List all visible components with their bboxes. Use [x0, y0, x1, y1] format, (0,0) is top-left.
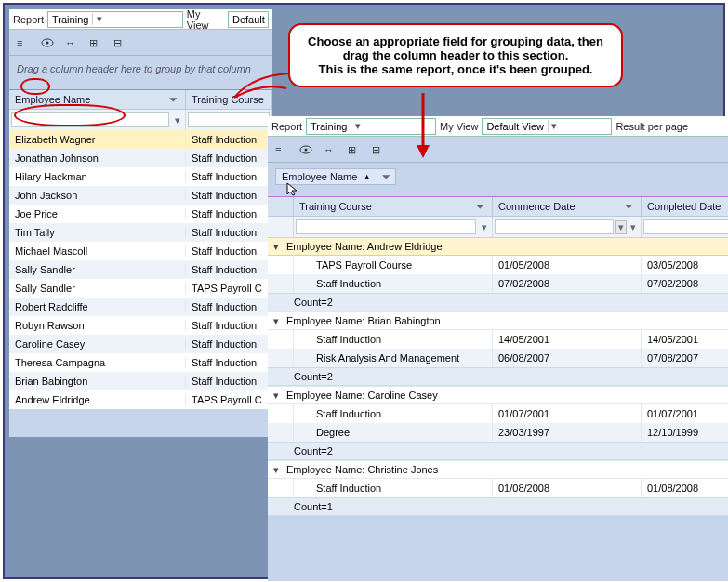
- cell-course: Staff Induction: [186, 208, 272, 219]
- myview-select[interactable]: Default View ▾: [482, 118, 612, 135]
- group-header-label: Employee Name: Brian Babington: [286, 315, 441, 326]
- callout-line: drag the column header to this section.: [303, 48, 608, 62]
- filter-cell: [268, 217, 294, 237]
- collapse-icon[interactable]: ⊟: [372, 144, 385, 155]
- table-row[interactable]: Brian BabingtonStaff Induction: [9, 372, 272, 390]
- table-row[interactable]: TAPS Payroll Course01/05/200803/05/2008: [268, 256, 728, 274]
- filter-cell: [642, 217, 728, 237]
- expand-icon[interactable]: ⊞: [348, 144, 361, 155]
- cell-course: Staff Induction: [294, 274, 493, 293]
- table-row[interactable]: Sally SandlerTAPS Payroll C: [9, 279, 272, 298]
- cell-commence: 01/08/2008: [493, 479, 642, 497]
- filter-input-course[interactable]: [188, 112, 270, 127]
- arrows-h-icon[interactable]: ↔: [324, 144, 337, 155]
- table-row[interactable]: Hilary HackmanStaff Induction: [9, 167, 272, 186]
- group-count-row: Count=2: [268, 293, 728, 311]
- table-row[interactable]: Caroline CaseyStaff Induction: [9, 335, 272, 353]
- cell-course: Staff Induction: [186, 171, 272, 182]
- table-row[interactable]: John JacksonStaff Induction: [9, 186, 272, 205]
- collapse-group-icon[interactable]: ▾: [271, 390, 281, 402]
- table-row[interactable]: Staff Induction14/05/200114/05/2001: [268, 330, 728, 349]
- cell-employee: Robert Radcliffe: [9, 301, 186, 312]
- funnel-icon[interactable]: ⏷: [377, 171, 390, 182]
- eye-icon[interactable]: [41, 37, 54, 48]
- cell-commence: 14/05/2001: [493, 330, 642, 349]
- column-header-commence[interactable]: Commence Date ⏷: [493, 197, 642, 216]
- table-row[interactable]: Jonathan JohnsonStaff Induction: [9, 149, 272, 167]
- filter-cell: [186, 110, 272, 130]
- table-row[interactable]: Staff Induction01/08/200801/08/2008: [268, 479, 728, 497]
- report-select[interactable]: Training ▾: [47, 11, 183, 28]
- myview-label: My View: [440, 121, 478, 132]
- callout-line: This is the same report, once it's been …: [303, 62, 608, 76]
- table-row[interactable]: Risk Analysis And Management06/08/200707…: [268, 349, 728, 367]
- collapse-group-icon[interactable]: ▾: [271, 315, 281, 327]
- svg-marker-5: [417, 145, 430, 158]
- table-row[interactable]: Elizabeth WagnerStaff Induction: [9, 130, 272, 149]
- column-header-employee[interactable]: Employee Name ⏷: [9, 90, 186, 109]
- funnel-icon[interactable]: ⏷: [166, 94, 179, 105]
- cell-course: Staff Induction: [186, 190, 272, 201]
- cell-employee: John Jackson: [9, 190, 186, 201]
- table-row[interactable]: Robert RadcliffeStaff Induction: [9, 298, 272, 316]
- result-per-page-label: Result per page: [615, 121, 688, 132]
- collapse-group-icon[interactable]: ▾: [271, 241, 281, 253]
- table-row[interactable]: Tim TallyStaff Induction: [9, 223, 272, 242]
- table-row[interactable]: Sally SandlerStaff Induction: [9, 260, 272, 279]
- collapse-icon[interactable]: ⊟: [113, 37, 126, 48]
- cell-course: Staff Induction: [186, 376, 272, 387]
- menu-icon[interactable]: ≡: [17, 37, 30, 48]
- cell-employee: Michael Mascoll: [9, 245, 186, 257]
- cell-employee: Tim Tally: [9, 227, 186, 238]
- funnel-icon[interactable]: ⏷: [473, 201, 486, 212]
- arrow-down-icon: [414, 93, 432, 158]
- date-dropdown-icon[interactable]: ▾: [615, 220, 627, 234]
- filter-input-commence[interactable]: [495, 219, 614, 234]
- table-row[interactable]: Staff Induction07/02/200807/02/2008: [268, 274, 728, 293]
- table-row[interactable]: Joe PriceStaff Induction: [9, 205, 272, 223]
- expand-cell: [268, 349, 294, 367]
- funnel-icon[interactable]: ▾: [478, 221, 490, 233]
- group-header-row[interactable]: ▾Employee Name: Andrew Eldridge: [268, 237, 728, 256]
- expand-icon[interactable]: ⊞: [89, 37, 102, 48]
- cell-course: Staff Induction: [186, 320, 272, 331]
- filter-row: ▾: [9, 110, 272, 130]
- cell-commence: 06/08/2007: [493, 349, 642, 367]
- column-header-course[interactable]: Training Course ⏷: [294, 197, 493, 216]
- filter-input-course[interactable]: [296, 219, 476, 234]
- funnel-icon[interactable]: ⏷: [622, 201, 635, 212]
- cell-completed: 07/02/2008: [642, 274, 728, 293]
- group-header-label: Employee Name: Christine Jones: [286, 464, 438, 475]
- group-by-area[interactable]: Employee Name ▲ ⏷: [268, 163, 728, 196]
- cell-completed: 01/08/2008: [642, 479, 728, 497]
- column-header-completed[interactable]: Completed Date: [642, 197, 728, 216]
- column-header-label: Commence Date: [498, 201, 576, 212]
- filter-input-employee[interactable]: [11, 112, 169, 127]
- callout-line: Choose an appropriate field for grouping…: [303, 34, 608, 48]
- column-header-label: Training Course: [299, 201, 372, 212]
- group-header-row[interactable]: ▾Employee Name: Christine Jones: [268, 460, 728, 479]
- table-row[interactable]: Michael MascollStaff Induction: [9, 242, 272, 260]
- table-row[interactable]: Degree23/03/199712/10/1999: [268, 423, 728, 442]
- expand-cell: [268, 330, 294, 349]
- table-row[interactable]: Robyn RawsonStaff Induction: [9, 316, 272, 335]
- cell-employee: Theresa Campagna: [9, 357, 186, 368]
- table-row[interactable]: Staff Induction01/07/200101/07/2001: [268, 404, 728, 423]
- table-row[interactable]: Andrew EldridgeTAPS Payroll C: [9, 390, 272, 409]
- group-header-row[interactable]: ▾Employee Name: Brian Babington: [268, 311, 728, 330]
- funnel-icon[interactable]: ▾: [171, 114, 183, 126]
- group-header-row[interactable]: ▾Employee Name: Caroline Casey: [268, 386, 728, 404]
- cell-course: Staff Induction: [186, 245, 272, 257]
- cell-employee: Robyn Rawson: [9, 320, 186, 331]
- collapse-group-icon[interactable]: ▾: [271, 464, 281, 476]
- dropdown-icon: ▾: [548, 120, 561, 132]
- funnel-icon[interactable]: ▾: [629, 221, 639, 233]
- arrows-h-icon[interactable]: ↔: [65, 37, 78, 48]
- myview-select[interactable]: Default: [228, 11, 269, 28]
- table-row[interactable]: Theresa CampagnaStaff Induction: [9, 353, 272, 372]
- menu-icon[interactable]: ≡: [275, 144, 288, 155]
- eye-icon[interactable]: [299, 144, 312, 155]
- report-select-value: Training: [52, 14, 88, 25]
- filter-input-completed[interactable]: [643, 219, 728, 234]
- myview-label: My View: [187, 8, 224, 31]
